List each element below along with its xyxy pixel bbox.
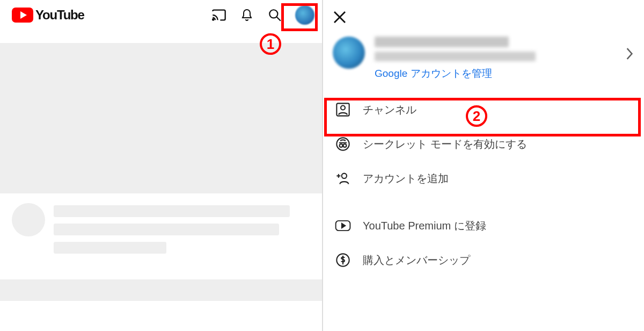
topbar-actions	[211, 5, 314, 25]
content-placeholder-banner	[0, 43, 322, 193]
person-box-icon	[335, 102, 351, 118]
menu-label: 購入とメンバーシップ	[363, 253, 470, 268]
youtube-rect-icon	[335, 218, 351, 234]
content-placeholder-banner2	[0, 279, 322, 301]
add-person-icon	[335, 170, 351, 186]
menu-label: チャンネル	[363, 103, 416, 117]
cast-icon[interactable]	[211, 8, 226, 23]
notifications-icon[interactable]	[239, 8, 254, 23]
account-panel: Google アカウントを管理 チャンネル	[322, 0, 644, 331]
svg-point-9	[343, 144, 347, 147]
account-header[interactable]: Google アカウントを管理	[322, 34, 644, 81]
youtube-play-icon	[12, 8, 33, 23]
account-menu: チャンネル シークレット モードを有効にする	[322, 92, 644, 277]
close-icon[interactable]	[332, 9, 348, 25]
svg-point-1	[269, 10, 277, 18]
account-name-blurred	[375, 37, 509, 47]
placeholder-avatar	[12, 203, 45, 236]
svg-point-6	[341, 106, 345, 110]
incognito-icon	[335, 136, 351, 152]
dollar-circle-icon	[335, 252, 351, 268]
menu-item-premium[interactable]: YouTube Premium に登録	[322, 208, 644, 243]
account-avatar	[333, 37, 365, 69]
menu-item-incognito[interactable]: シークレット モードを有効にする	[322, 127, 644, 161]
youtube-logo[interactable]: YouTube	[12, 8, 84, 23]
menu-item-purchases[interactable]: 購入とメンバーシップ	[322, 243, 644, 277]
svg-line-2	[276, 17, 281, 21]
svg-point-8	[340, 144, 343, 147]
svg-point-0	[213, 19, 214, 20]
menu-item-channel[interactable]: チャンネル	[322, 92, 644, 127]
topbar: YouTube	[0, 0, 322, 30]
menu-label: YouTube Premium に登録	[363, 219, 486, 233]
menu-item-add-account[interactable]: アカウントを追加	[322, 161, 644, 196]
svg-marker-14	[342, 224, 345, 228]
placeholder-lines	[54, 203, 310, 254]
avatar-button[interactable]	[295, 5, 314, 25]
youtube-app-pane: YouTube	[0, 0, 322, 331]
youtube-wordmark: YouTube	[35, 8, 84, 23]
svg-point-10	[342, 174, 347, 178]
content-placeholder-row	[0, 193, 322, 254]
manage-google-account-link[interactable]: Google アカウントを管理	[375, 67, 633, 81]
menu-label: シークレット モードを有効にする	[363, 137, 527, 152]
search-icon[interactable]	[267, 8, 282, 23]
account-email-blurred	[375, 52, 536, 61]
pane-divider	[322, 0, 323, 331]
chevron-right-icon[interactable]	[626, 47, 633, 60]
menu-label: アカウントを追加	[363, 171, 449, 186]
